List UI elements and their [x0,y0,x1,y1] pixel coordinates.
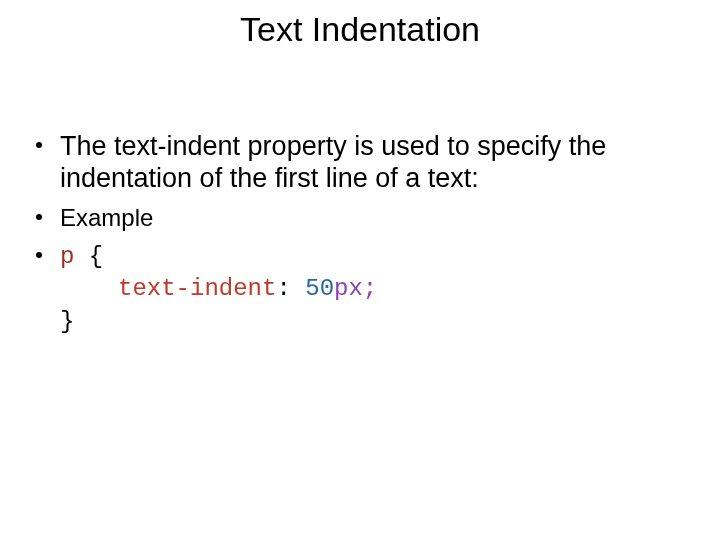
code-selector: p [60,243,74,270]
bullet-example-label: Example [30,203,690,233]
bullet-intro: The text-indent property is used to spec… [30,130,690,195]
code-brace-open: { [89,243,103,270]
code-line-2: text-indent: 50px; [60,273,690,305]
bullet-intro-text: The text-indent property is used to spec… [60,131,606,193]
code-brace-close: } [60,308,74,335]
code-line-3: } [60,306,690,338]
code-colon: : [276,275,290,302]
bullet-dot-icon [36,214,42,220]
slide-title: Text Indentation [0,10,720,49]
bullet-dot-icon [36,252,42,258]
bullet-example-text: Example [60,204,153,231]
code-block: p { text-indent: 50px; } [60,241,690,338]
code-unit-semi: px; [334,275,377,302]
bullet-code: p { text-indent: 50px; } [30,241,690,338]
slide-body: The text-indent property is used to spec… [30,130,690,346]
code-line-1: p { [60,241,690,273]
code-number: 50 [305,275,334,302]
code-property: text-indent [118,275,276,302]
bullet-dot-icon [36,142,42,148]
slide: Text Indentation The text-indent propert… [0,0,720,540]
